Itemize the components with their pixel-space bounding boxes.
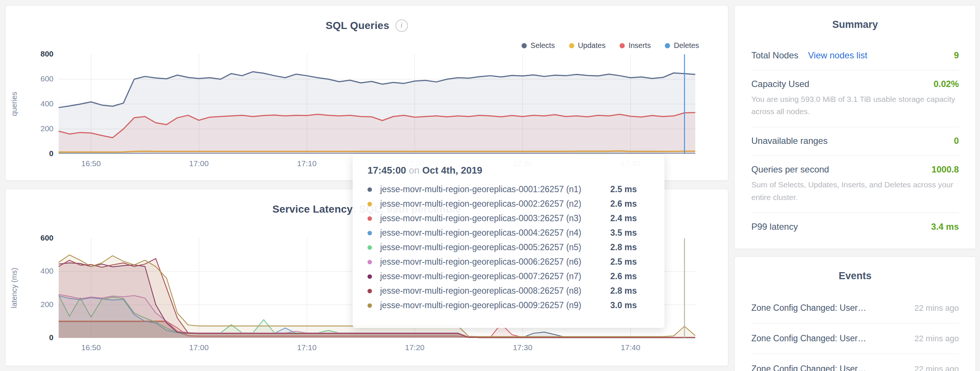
event-time: 22 mins ago bbox=[914, 303, 959, 313]
sql-queries-plot[interactable]: 020040060080016:5017:0017:1017:2017:3017… bbox=[59, 54, 695, 154]
sql-queries-title-row: SQL Queriesi bbox=[6, 19, 728, 32]
legend-item-deletes[interactable]: Deletes bbox=[665, 41, 699, 50]
legend-label: Selects bbox=[530, 41, 555, 50]
node-latency-value: 2.8 ms bbox=[610, 242, 637, 253]
event-row[interactable]: Zone Config Changed: User…22 mins ago bbox=[751, 323, 959, 354]
chart-canvas bbox=[59, 54, 695, 154]
node-latency-value: 2.8 ms bbox=[610, 286, 637, 296]
y-axis-tick: 400 bbox=[24, 267, 54, 275]
node-color-dot bbox=[368, 289, 372, 293]
event-row[interactable]: Zone Config Changed: User…22 mins ago bbox=[751, 354, 959, 371]
node-color-dot bbox=[368, 274, 372, 279]
summary-value: 0.02% bbox=[934, 79, 959, 89]
node-name: jesse-movr-multi-region-georeplicas-0001… bbox=[380, 184, 610, 194]
legend-item-selects[interactable]: Selects bbox=[522, 41, 555, 50]
tooltip-timestamp: 17:45:00 on Oct 4th, 2019 bbox=[368, 165, 665, 176]
y-axis-tick: 200 bbox=[24, 300, 54, 309]
tooltip-node-row: jesse-movr-multi-region-georeplicas-0009… bbox=[368, 298, 665, 313]
events-panel: Events Zone Config Changed: User…22 mins… bbox=[734, 256, 976, 371]
summary-label: Unavailable ranges bbox=[751, 136, 827, 146]
summary-title: Summary bbox=[735, 6, 975, 30]
node-latency-value: 2.5 ms bbox=[610, 257, 637, 267]
x-axis-tick: 17:40 bbox=[610, 343, 651, 352]
summary-label: Capacity Used bbox=[751, 79, 809, 89]
legend-item-inserts[interactable]: Inserts bbox=[620, 41, 651, 50]
summary-row: Capacity Used0.02%You are using 593.0 Mi… bbox=[751, 70, 959, 127]
summary-caption: Sum of Selects, Updates, Inserts, and De… bbox=[751, 178, 959, 203]
summary-row: Unavailable ranges0 bbox=[751, 127, 959, 156]
event-time: 22 mins ago bbox=[914, 334, 959, 344]
tooltip-node-row: jesse-movr-multi-region-georeplicas-0005… bbox=[368, 240, 665, 255]
node-name: jesse-movr-multi-region-georeplicas-0006… bbox=[380, 257, 610, 267]
event-text: Zone Config Changed: User… bbox=[751, 333, 866, 344]
summary-row: Total NodesView nodes list9 bbox=[751, 42, 959, 70]
y-axis-tick: 600 bbox=[24, 233, 54, 242]
sql-queries-title: SQL Queries bbox=[326, 20, 389, 31]
y-axis-tick: 200 bbox=[24, 124, 54, 133]
summary-value: 0 bbox=[954, 136, 959, 146]
node-latency-value: 2.4 ms bbox=[610, 213, 637, 224]
node-name: jesse-movr-multi-region-georeplicas-0008… bbox=[380, 286, 610, 296]
node-name: jesse-movr-multi-region-georeplicas-0005… bbox=[380, 242, 610, 253]
summary-value: 1000.8 bbox=[932, 164, 959, 175]
node-color-dot bbox=[368, 216, 372, 221]
summary-label: Total Nodes bbox=[751, 50, 799, 61]
legend-label: Updates bbox=[578, 41, 606, 50]
tooltip-node-row: jesse-movr-multi-region-georeplicas-0008… bbox=[368, 284, 665, 298]
node-latency-value: 3.0 ms bbox=[610, 301, 637, 310]
x-axis-tick: 16:50 bbox=[70, 343, 111, 352]
x-axis-tick: 17:00 bbox=[178, 159, 220, 168]
x-axis-tick: 16:50 bbox=[70, 159, 111, 168]
x-axis-tick: 17:30 bbox=[502, 343, 543, 352]
events-list: Zone Config Changed: User…22 mins agoZon… bbox=[735, 293, 975, 371]
chart-hover-tooltip: 17:45:00 on Oct 4th, 2019 jesse-movr-mul… bbox=[353, 154, 665, 328]
x-axis-tick: 17:00 bbox=[178, 343, 220, 352]
y-axis-tick: 400 bbox=[24, 99, 54, 108]
node-name: jesse-movr-multi-region-georeplicas-0002… bbox=[380, 199, 610, 209]
legend-dot bbox=[620, 43, 625, 48]
node-latency-value: 2.6 ms bbox=[610, 271, 637, 281]
node-color-dot bbox=[368, 231, 372, 235]
x-axis-tick: 17:10 bbox=[286, 343, 328, 352]
node-color-dot bbox=[368, 260, 372, 264]
summary-panel: Summary Total NodesView nodes list9Capac… bbox=[734, 5, 976, 249]
info-icon[interactable]: i bbox=[395, 19, 408, 32]
summary-row: Queries per second1000.8Sum of Selects, … bbox=[751, 156, 959, 213]
tooltip-node-row: jesse-movr-multi-region-georeplicas-0006… bbox=[368, 255, 665, 269]
node-color-dot bbox=[368, 187, 372, 192]
summary-row: P99 latency3.4 ms bbox=[751, 213, 959, 241]
y-axis-label: latency (ms) bbox=[10, 266, 19, 310]
event-time: 22 mins ago bbox=[914, 364, 959, 371]
x-axis-tick: 17:10 bbox=[286, 159, 328, 168]
events-title: Events bbox=[735, 257, 975, 282]
node-name: jesse-movr-multi-region-georeplicas-0009… bbox=[380, 301, 610, 310]
node-name: jesse-movr-multi-region-georeplicas-0007… bbox=[380, 271, 610, 281]
legend-dot bbox=[522, 43, 527, 48]
node-latency-value: 3.5 ms bbox=[610, 228, 637, 238]
y-axis-tick: 600 bbox=[24, 74, 54, 83]
event-text: Zone Config Changed: User… bbox=[751, 303, 866, 313]
legend-label: Deletes bbox=[674, 41, 699, 50]
event-row[interactable]: Zone Config Changed: User…22 mins ago bbox=[751, 293, 959, 323]
tooltip-node-row: jesse-movr-multi-region-georeplicas-0007… bbox=[368, 269, 665, 284]
tooltip-time: 17:45:00 bbox=[368, 165, 406, 176]
tooltip-date: Oct 4th, 2019 bbox=[422, 165, 482, 176]
summary-label: P99 latency bbox=[751, 222, 798, 232]
summary-label: Queries per second bbox=[751, 164, 829, 175]
y-axis-tick: 800 bbox=[24, 50, 54, 58]
summary-rows: Total NodesView nodes list9Capacity Used… bbox=[735, 42, 975, 241]
legend-item-updates[interactable]: Updates bbox=[569, 41, 606, 50]
node-color-dot bbox=[368, 202, 372, 206]
node-name: jesse-movr-multi-region-georeplicas-0003… bbox=[380, 213, 610, 224]
node-color-dot bbox=[368, 245, 372, 250]
series-area-selects bbox=[59, 72, 695, 154]
node-color-dot bbox=[368, 303, 372, 308]
legend-label: Inserts bbox=[628, 41, 651, 50]
node-latency-value: 2.6 ms bbox=[610, 199, 637, 209]
legend-dot bbox=[569, 43, 574, 48]
summary-value: 9 bbox=[954, 50, 959, 61]
y-axis-label: queries bbox=[10, 82, 19, 126]
legend-dot bbox=[665, 43, 670, 48]
view-nodes-list-link[interactable]: View nodes list bbox=[808, 50, 867, 61]
tooltip-node-row: jesse-movr-multi-region-georeplicas-0001… bbox=[368, 182, 665, 197]
